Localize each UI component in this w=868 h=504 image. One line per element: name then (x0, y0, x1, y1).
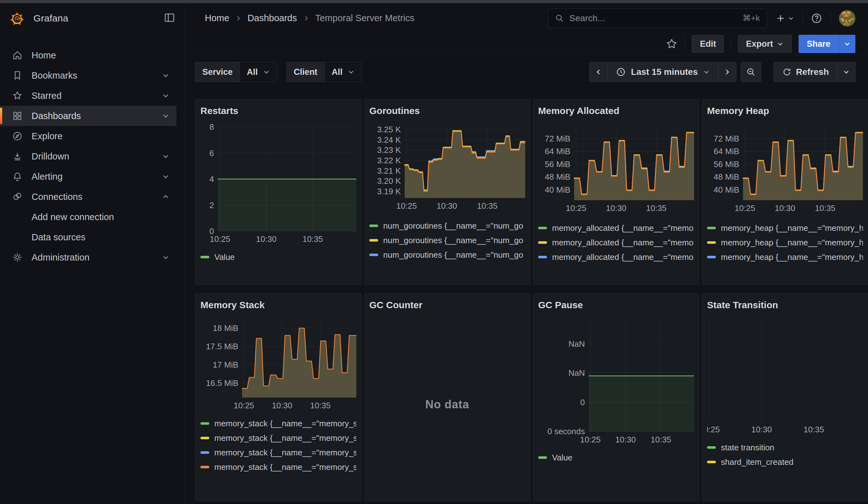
legend-color-marker (200, 466, 209, 468)
service-filter-value[interactable]: All (240, 62, 277, 82)
panel-memory_stack: Memory Stack18 MiB17.5 MiB17 MiB16.5 MiB… (195, 293, 362, 502)
restarts-chart[interactable]: 8642010:2510:3010:35 (200, 121, 356, 245)
panel-title[interactable]: Memory Stack (200, 298, 356, 312)
refresh-interval-button[interactable] (837, 62, 855, 82)
svg-text:10:35: 10:35 (651, 435, 671, 444)
favorite-star-icon[interactable] (666, 38, 678, 50)
state_transition-chart[interactable]: 10:2510:3010:35 (707, 315, 863, 436)
avatar[interactable] (839, 10, 855, 27)
legend-label[interactable]: num_goroutines {__name__="num_go (383, 221, 523, 231)
svg-text:10:25: 10:25 (396, 201, 417, 210)
legend-color-marker (707, 446, 716, 449)
svg-text:10:25: 10:25 (735, 203, 755, 213)
sidebar-item-home[interactable]: Home (0, 45, 176, 65)
grafana-logo (9, 11, 24, 26)
legend-label[interactable]: memory_heap {__name__="memory_h (721, 267, 863, 268)
panel-title[interactable]: State Transition (707, 298, 863, 312)
chevron-down-icon[interactable] (162, 173, 169, 180)
panel-title[interactable]: Restarts (200, 104, 356, 118)
chevron-up-icon[interactable] (162, 193, 169, 200)
sidebar-item-bookmarks[interactable]: Bookmarks (0, 65, 176, 85)
chevron-down-icon[interactable] (162, 112, 169, 120)
legend-label[interactable]: state transition (721, 443, 774, 453)
chevron-down-icon (263, 69, 270, 75)
legend-label[interactable]: memory_heap {__name__="memory_h (721, 223, 863, 233)
home-icon (12, 50, 23, 61)
legend-label[interactable]: memory_heap {__name__="memory_h (721, 252, 863, 262)
sidebar-item-administration[interactable]: Administration (0, 247, 176, 267)
legend-item: memory_allocated {__name__="memo (538, 221, 694, 235)
gc_pause-chart[interactable]: NaNNaN00 seconds10:2510:3010:35 (538, 315, 694, 446)
goroutines-chart[interactable]: 3.25 K3.24 K3.23 K3.22 K3.21 K3.20 K3.19… (369, 121, 525, 212)
legend-label[interactable]: Value (552, 453, 572, 463)
legend-label[interactable]: memory_allocated {__name__="memo (552, 252, 693, 262)
legend-label[interactable]: num_goroutines {__name__="num_go (383, 265, 523, 266)
time-shift-back-button[interactable] (589, 62, 608, 82)
legend-label[interactable]: num_goroutines {__name__="num_go (383, 250, 523, 260)
legend-color-marker (200, 451, 209, 454)
legend-label[interactable]: memory_heap {__name__="memory_h (721, 238, 863, 248)
memory_heap-chart[interactable]: 72 MiB64 MiB56 MiB48 MiB40 MiB10:2510:30… (707, 121, 863, 214)
service-filter[interactable]: Service All (195, 62, 277, 82)
sidebar-item-drilldown[interactable]: Drilldown (0, 146, 176, 166)
chevron-down-icon[interactable] (162, 72, 169, 79)
panel-title[interactable]: GC Counter (369, 298, 525, 312)
breadcrumb-home[interactable]: Home (205, 13, 229, 23)
search-shortcut: ⌘+k (743, 13, 760, 23)
legend-label[interactable]: memory_stack {__name__="memory_s (214, 419, 356, 429)
time-range-picker[interactable]: Last 15 minutes (607, 62, 719, 82)
sidebar-item-starred[interactable]: Starred (0, 85, 176, 106)
svg-text:10:30: 10:30 (751, 425, 772, 434)
help-icon[interactable] (811, 13, 822, 24)
legend-label[interactable]: memory_allocated {__name__="memo (552, 223, 693, 233)
search-input[interactable]: Search... ⌘+k (548, 9, 767, 28)
sidebar-item-dashboards[interactable]: Dashboards (0, 106, 176, 126)
add-button[interactable] (775, 13, 794, 24)
panel-title[interactable]: Memory Heap (707, 104, 863, 118)
legend-label[interactable]: num_goroutines {__name__="num_go (383, 236, 523, 245)
share-menu-button[interactable] (839, 35, 855, 53)
legend-label[interactable]: memory_stack {__name__="memory_s (214, 448, 356, 457)
legend-label[interactable]: memory_allocated {__name__="memo (552, 238, 693, 248)
sidebar-item-label: Data sources (32, 232, 176, 243)
zoom-out-button[interactable] (741, 62, 761, 82)
sidebar-item-explore[interactable]: Explore (0, 126, 176, 146)
legend-label[interactable]: shard_item_created (721, 457, 794, 467)
sidebar-collapse-icon[interactable] (164, 12, 175, 25)
svg-text:0: 0 (580, 398, 585, 407)
panel-title[interactable]: Goroutines (369, 104, 525, 118)
svg-text:3.19 K: 3.19 K (377, 187, 401, 196)
share-button[interactable]: Share (798, 35, 839, 53)
sidebar-item-connections[interactable]: Connections (0, 187, 176, 207)
legend-label[interactable]: memory_stack {__name__="memory_s (214, 462, 356, 472)
chevron-down-icon[interactable] (162, 92, 169, 100)
client-filter-value[interactable]: All (325, 62, 362, 82)
refresh-button[interactable]: Refresh (774, 62, 837, 82)
sidebar-item-alerting[interactable]: Alerting (0, 166, 176, 187)
legend-item: memory_allocated {__name__="memo (538, 250, 694, 264)
legend-item: memory_heap {__name__="memory_h (707, 264, 863, 268)
edit-button[interactable]: Edit (692, 35, 724, 53)
panel-title[interactable]: GC Pause (538, 298, 694, 312)
client-filter[interactable]: Client All (287, 62, 362, 82)
memory_stack-chart[interactable]: 18 MiB17.5 MiB17 MiB16.5 MiB10:2510:3010… (200, 315, 356, 412)
chevron-down-icon (788, 15, 794, 21)
sidebar-item-data-sources[interactable]: Data sources (0, 227, 176, 247)
time-shift-forward-button[interactable] (718, 62, 736, 82)
sidebar-item-add-new-connection[interactable]: Add new connection (0, 207, 176, 227)
legend-label[interactable]: memory_allocated {__name__="memo (552, 267, 693, 268)
panel-goroutines: Goroutines3.25 K3.24 K3.23 K3.22 K3.21 K… (364, 99, 530, 285)
panel-legend: num_goroutines {__name__="num_gonum_goro… (369, 218, 525, 266)
export-button[interactable]: Export (738, 35, 792, 53)
legend-color-marker (707, 241, 716, 244)
filter-row: Service All Client All (185, 62, 868, 82)
chevron-down-icon[interactable] (162, 254, 169, 261)
memory_allocated-chart[interactable]: 72 MiB64 MiB56 MiB48 MiB40 MiB10:2510:30… (538, 121, 694, 214)
legend-label[interactable]: memory_stack {__name__="memory_s (214, 433, 356, 443)
svg-text:10:25: 10:25 (209, 234, 230, 244)
chevron-down-icon[interactable] (162, 153, 169, 160)
legend-color-marker (369, 254, 378, 256)
breadcrumb-dashboards[interactable]: Dashboards (247, 13, 297, 23)
panel-title[interactable]: Memory Allocated (538, 104, 694, 118)
legend-label[interactable]: Value (214, 252, 235, 262)
